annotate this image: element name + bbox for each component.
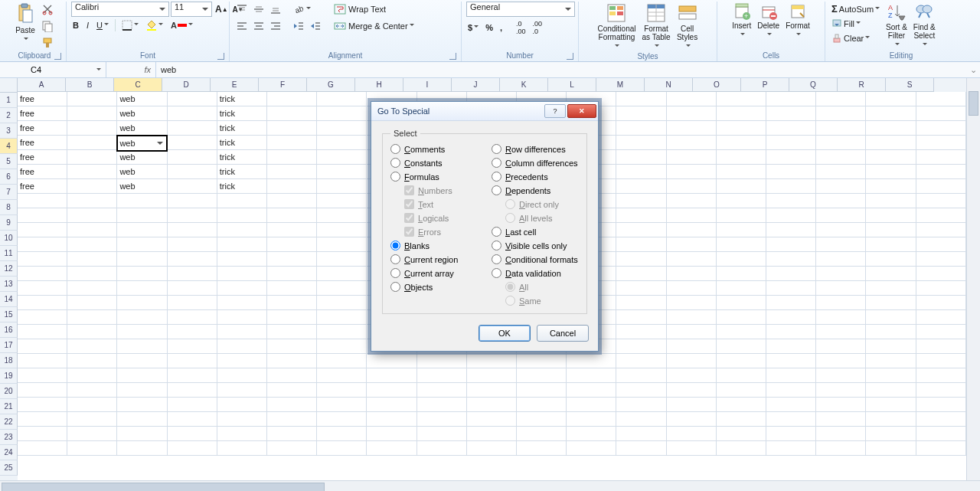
cell[interactable] [367,441,416,456]
cell[interactable] [717,237,766,252]
cell[interactable] [916,267,966,281]
cell[interactable] [67,252,117,267]
cell[interactable] [417,398,467,412]
cell[interactable] [916,281,966,296]
cell[interactable] [667,150,717,165]
cell[interactable] [18,223,67,237]
cell[interactable] [267,412,317,427]
font-name-select[interactable]: Calibri [71,2,169,17]
row-header[interactable]: 11 [0,246,18,261]
cell[interactable] [117,325,167,339]
cell[interactable] [717,310,766,325]
cell[interactable] [67,208,117,223]
cell[interactable] [317,106,367,121]
conditional-formatting-button[interactable]: Conditional Formatting [596,2,637,51]
cell[interactable] [517,427,567,441]
vertical-scrollbar[interactable] [966,78,980,480]
cell[interactable] [717,150,766,165]
cell[interactable] [317,281,367,296]
cell[interactable] [217,325,267,339]
cell[interactable] [168,237,217,252]
dialog-help-button[interactable]: ? [544,104,566,118]
cell[interactable] [417,427,467,441]
cell[interactable] [816,136,866,150]
cell[interactable]: web [117,165,167,179]
cell[interactable] [168,121,217,136]
column-header-H[interactable]: H [355,78,403,92]
option-blanks-input[interactable] [390,241,400,250]
cell[interactable] [18,368,67,383]
row-header[interactable]: 24 [0,445,18,460]
cell[interactable] [267,281,317,296]
cell[interactable] [816,281,866,296]
h-scroll-thumb[interactable] [2,483,325,491]
underline-button[interactable]: U [95,19,110,31]
cell[interactable] [866,339,916,354]
cell[interactable] [667,281,717,296]
copy-button[interactable] [40,18,55,34]
cell[interactable] [667,339,717,354]
cell[interactable] [766,252,816,267]
column-header-F[interactable]: F [259,78,307,92]
cell[interactable] [67,339,117,354]
cell[interactable] [217,354,267,368]
cell[interactable] [766,267,816,281]
cell[interactable] [67,92,117,106]
paste-button[interactable]: Paste [14,2,37,44]
row-header[interactable]: 12 [0,261,18,277]
cell[interactable] [217,310,267,325]
cell[interactable] [168,208,217,223]
row-header[interactable]: 14 [0,292,18,307]
cell[interactable] [916,310,966,325]
cell[interactable] [717,412,766,427]
option-rowdiff[interactable]: Row differences [492,144,579,154]
cell[interactable] [67,165,117,179]
decrease-indent-button[interactable] [291,18,306,34]
option-condfmt-input[interactable] [492,254,501,264]
cell[interactable] [916,223,966,237]
clear-button[interactable]: Clear [830,31,881,45]
cell[interactable] [168,252,217,267]
column-header-B[interactable]: B [66,78,114,92]
cell[interactable] [67,412,117,427]
cell[interactable] [18,398,67,412]
cell[interactable] [667,310,717,325]
cell[interactable] [866,412,916,427]
option-precedents-input[interactable] [492,172,501,182]
cell[interactable] [616,354,666,368]
column-header-D[interactable]: D [162,78,211,92]
cell[interactable] [766,427,816,441]
cell[interactable] [18,252,67,267]
cell[interactable] [766,92,816,106]
insert-function-button[interactable]: fx [106,62,156,77]
cell[interactable] [117,194,167,208]
option-objects-input[interactable] [390,282,400,292]
cell[interactable] [18,383,67,398]
cell[interactable] [417,383,467,398]
cell[interactable] [667,412,717,427]
option-visible[interactable]: Visible cells only [492,241,579,250]
cell[interactable] [916,339,966,354]
name-box-input[interactable] [0,64,72,75]
cell[interactable] [616,368,666,383]
merge-center-button[interactable]: Merge & Center [332,18,416,34]
cell[interactable] [616,165,666,179]
row-header[interactable]: 21 [0,399,18,414]
cell[interactable] [317,165,367,179]
cell[interactable] [117,223,167,237]
cell[interactable] [168,339,217,354]
cell[interactable] [667,296,717,310]
cell[interactable]: trick [217,106,267,121]
fill-color-button[interactable] [145,18,165,32]
cell[interactable] [567,441,616,456]
cell[interactable] [367,398,416,412]
cell[interactable] [267,398,317,412]
cell[interactable] [816,150,866,165]
cell[interactable] [816,165,866,179]
cell[interactable] [117,354,167,368]
column-header-L[interactable]: L [548,78,596,92]
row-header[interactable]: 22 [0,414,18,430]
cell[interactable] [467,412,517,427]
cell[interactable] [267,106,317,121]
cell[interactable] [67,427,117,441]
